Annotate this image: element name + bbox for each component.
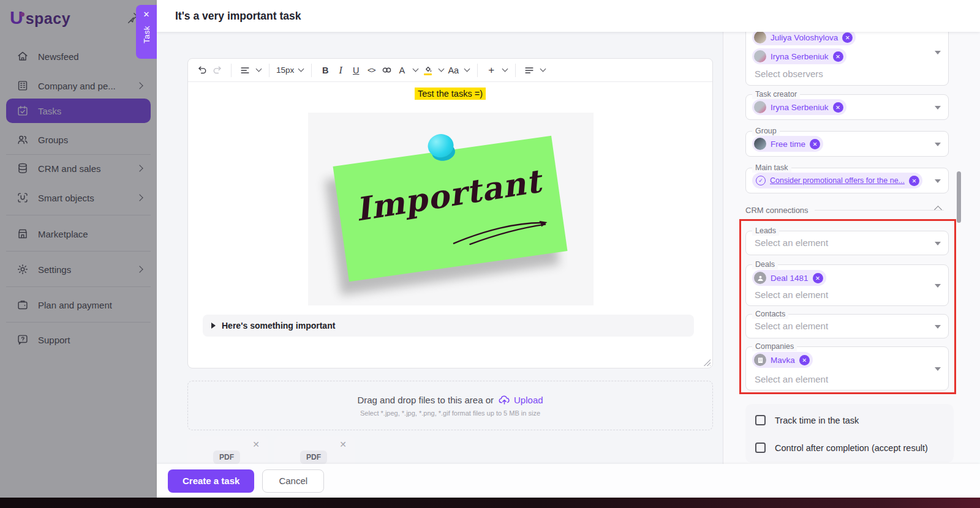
italic-button[interactable]: I bbox=[334, 62, 347, 78]
rich-text-editor[interactable]: 15px B I U <> A Aa + bbox=[187, 58, 713, 368]
chevron-down-icon[interactable] bbox=[413, 66, 419, 72]
font-color-button[interactable]: A bbox=[395, 62, 409, 78]
close-icon[interactable]: ✕ bbox=[143, 9, 150, 20]
remove-chip-icon[interactable]: ✕ bbox=[799, 355, 810, 365]
crm-connections-header: CRM connections bbox=[745, 206, 944, 215]
underline-swoosh bbox=[447, 215, 553, 248]
checkbox-label: Track time in the task bbox=[775, 416, 859, 425]
dropdown-arrow-icon[interactable] bbox=[935, 143, 941, 146]
text-style-button[interactable]: Aa bbox=[447, 62, 460, 78]
task-options-card: Track time in the task Control after com… bbox=[745, 404, 954, 463]
dropdown-arrow-icon[interactable] bbox=[935, 106, 941, 110]
observers-field[interactable]: Juliya Voloshylova ✕ Iryna Serbeniuk ✕ S… bbox=[745, 32, 949, 86]
undo-icon[interactable] bbox=[195, 62, 209, 78]
field-label: Companies bbox=[752, 342, 797, 351]
group-chip[interactable]: Free time ✕ bbox=[752, 136, 823, 152]
contacts-field[interactable]: Contacts Select an element bbox=[745, 314, 949, 338]
deals-field[interactable]: Deals Deal 1481 ✕ Select an element bbox=[745, 264, 949, 306]
paragraph-format-icon[interactable] bbox=[238, 62, 252, 78]
company-chip[interactable]: Mavka ✕ bbox=[752, 352, 813, 368]
main-task-field[interactable]: Main task ✓ Consider promotional offers … bbox=[745, 168, 949, 193]
dropdown-arrow-icon[interactable] bbox=[935, 325, 941, 329]
highlighted-text[interactable]: Test the tasks =) bbox=[415, 88, 486, 100]
inserted-image[interactable]: Important bbox=[308, 113, 594, 305]
group-field[interactable]: Group Free time ✕ bbox=[745, 131, 949, 157]
toolbar-separator bbox=[311, 64, 312, 77]
panel-scrollbar[interactable] bbox=[957, 171, 961, 223]
chevron-down-icon[interactable] bbox=[502, 66, 508, 72]
remove-chip-icon[interactable]: ✕ bbox=[810, 139, 820, 149]
chevron-down-icon[interactable] bbox=[256, 66, 262, 72]
file-dropzone[interactable]: Drag and drop files to this area or Uplo… bbox=[187, 381, 713, 430]
upload-cloud-icon bbox=[499, 395, 510, 405]
chevron-down-icon[interactable] bbox=[540, 66, 546, 72]
task-tab-label: Task bbox=[142, 26, 151, 43]
chip-label: Mavka bbox=[771, 356, 795, 365]
dropdown-arrow-icon[interactable] bbox=[935, 51, 941, 54]
observers-placeholder: Select observers bbox=[755, 69, 823, 79]
create-task-button[interactable]: Create a task bbox=[168, 469, 254, 493]
page-title: It's a very important task bbox=[175, 10, 301, 23]
spoiler-toggle[interactable]: Here's something important bbox=[203, 315, 694, 337]
building-avatar-icon bbox=[754, 354, 766, 366]
field-label: Contacts bbox=[752, 309, 788, 319]
checkbox-label: Control after completion (accept result) bbox=[775, 443, 928, 453]
bold-button[interactable]: B bbox=[318, 62, 332, 78]
remove-chip-icon[interactable]: ✕ bbox=[813, 273, 823, 283]
task-creator-field[interactable]: Task creator Iryna Serbeniuk ✕ bbox=[745, 94, 949, 120]
underline-button[interactable]: U bbox=[349, 62, 363, 78]
chip-label: Juliya Voloshylova bbox=[771, 33, 838, 42]
crm-connections-label: CRM connections bbox=[745, 206, 809, 215]
remove-attachment-icon[interactable]: ✕ bbox=[339, 439, 347, 449]
remove-attachment-icon[interactable]: ✕ bbox=[252, 439, 260, 449]
code-button[interactable]: <> bbox=[364, 62, 378, 78]
main-task-link[interactable]: Consider promotional offers for the ne..… bbox=[770, 176, 905, 185]
modal-header: It's a very important task bbox=[157, 0, 980, 32]
remove-chip-icon[interactable]: ✕ bbox=[833, 102, 843, 113]
insert-button[interactable]: + bbox=[484, 62, 498, 78]
task-creator-chip[interactable]: Iryna Serbeniuk ✕ bbox=[752, 99, 846, 115]
spoiler-arrow-icon bbox=[211, 323, 216, 329]
remove-chip-icon[interactable]: ✕ bbox=[842, 32, 853, 43]
align-icon[interactable] bbox=[522, 62, 536, 78]
editor-line-highlighted[interactable]: Test the tasks =) bbox=[188, 88, 712, 99]
toolbar-separator bbox=[231, 64, 232, 77]
leads-field[interactable]: Leads Select an element bbox=[745, 231, 949, 255]
observer-chip[interactable]: Iryna Serbeniuk ✕ bbox=[752, 48, 846, 64]
cancel-button[interactable]: Cancel bbox=[262, 469, 324, 493]
field-label: Deals bbox=[752, 260, 778, 269]
dropdown-arrow-icon[interactable] bbox=[935, 284, 941, 288]
control-after-completion-option[interactable]: Control after completion (accept result) bbox=[755, 443, 928, 453]
track-time-option[interactable]: Track time in the task bbox=[755, 415, 859, 425]
dropdown-arrow-icon[interactable] bbox=[935, 179, 941, 183]
dropdown-arrow-icon[interactable] bbox=[935, 367, 941, 371]
deal-chip[interactable]: Deal 1481 ✕ bbox=[752, 270, 826, 286]
dropzone-hint: Select *.jpeg, *.jpg, *.png, *.gif forma… bbox=[360, 409, 540, 417]
task-details-panel: Juliya Voloshylova ✕ Iryna Serbeniuk ✕ S… bbox=[723, 32, 980, 464]
link-icon[interactable] bbox=[380, 62, 393, 78]
remove-chip-icon[interactable]: ✕ bbox=[909, 176, 919, 186]
upload-label: Upload bbox=[514, 395, 543, 405]
avatar bbox=[754, 50, 766, 62]
person-avatar-icon bbox=[754, 272, 766, 284]
font-size-select[interactable]: 15px bbox=[276, 62, 294, 78]
chevron-down-icon[interactable] bbox=[439, 66, 445, 72]
chevron-down-icon[interactable] bbox=[298, 66, 304, 72]
main-task-chip[interactable]: ✓ Consider promotional offers for the ne… bbox=[752, 173, 922, 189]
companies-field[interactable]: Companies Mavka ✕ Select an element bbox=[745, 346, 949, 390]
checkbox-unchecked[interactable] bbox=[755, 415, 766, 425]
redo-icon[interactable] bbox=[211, 62, 224, 78]
editor-resize-handle[interactable] bbox=[703, 359, 710, 366]
section-divider bbox=[815, 210, 944, 211]
upload-button[interactable]: Upload bbox=[499, 395, 543, 405]
observer-chip[interactable]: Juliya Voloshylova ✕ bbox=[752, 32, 856, 45]
highlight-color-icon[interactable] bbox=[421, 62, 434, 78]
chevron-down-icon[interactable] bbox=[464, 66, 470, 72]
avatar bbox=[754, 138, 766, 150]
task-side-tab[interactable]: ✕ Task bbox=[136, 5, 157, 59]
checkbox-unchecked[interactable] bbox=[755, 443, 766, 453]
toolbar-separator bbox=[269, 64, 270, 77]
remove-chip-icon[interactable]: ✕ bbox=[833, 51, 843, 62]
dropdown-arrow-icon[interactable] bbox=[935, 242, 941, 245]
modal-footer: Create a task Cancel bbox=[157, 464, 980, 498]
